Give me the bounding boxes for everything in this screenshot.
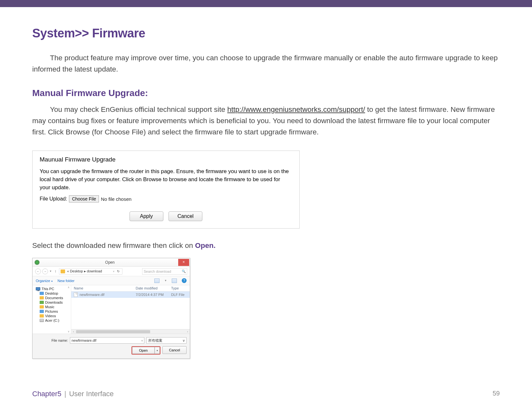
folder-icon <box>40 292 44 295</box>
chevron-down-icon[interactable]: v <box>141 339 143 342</box>
dropdown-icon[interactable]: ▼ <box>49 270 52 273</box>
section-paragraph: You may check EnGenius official technica… <box>32 104 500 138</box>
page-number: 59 <box>493 390 500 398</box>
folder-icon <box>40 305 44 308</box>
back-icon[interactable]: ← <box>35 269 41 274</box>
search-icon: 🔍 <box>182 269 186 273</box>
filename-label: File name: <box>36 338 68 342</box>
scroll-left-icon[interactable]: ‹ <box>71 330 76 333</box>
col-date[interactable]: Date modified <box>136 286 171 290</box>
preview-icon[interactable] <box>172 279 177 283</box>
file-date: 7/2/2014 4:37 PM <box>136 293 171 297</box>
tree-root[interactable]: This PC <box>34 287 70 291</box>
folder-icon <box>40 296 44 299</box>
dialog-cancel-button[interactable]: Cancel <box>162 346 187 354</box>
tree-acer[interactable]: Acer (C:) <box>34 318 70 323</box>
firmware-panel: Maunual Firmware Upgrade You can upgrade… <box>32 151 300 229</box>
horizontal-scrollbar[interactable]: ‹ › <box>71 329 190 334</box>
tree-desktop[interactable]: Desktop <box>34 291 70 296</box>
open-dropdown[interactable]: ▾ <box>155 347 160 354</box>
panel-title: Maunual Firmware Upgrade <box>40 156 292 163</box>
file-list: Name Date modified Type newfirmware.dlf … <box>71 285 190 334</box>
folder-icon <box>40 301 44 304</box>
pc-icon <box>36 287 40 290</box>
up-icon[interactable]: ↑ <box>53 269 58 274</box>
instruction-text: Select the downloaded new firmware then … <box>32 241 500 250</box>
file-type: DLF File <box>171 293 187 297</box>
cancel-button[interactable]: Cancel <box>169 211 202 221</box>
refresh-icon[interactable]: ↻ <box>116 269 121 273</box>
page-footer: Chapter5 | User Interface 59 <box>32 390 500 398</box>
forward-icon[interactable]: → <box>42 269 48 274</box>
header-bar <box>0 0 532 7</box>
disk-icon <box>40 319 44 322</box>
choose-file-button[interactable]: Choose File <box>69 195 99 202</box>
chapter-label: Chapter5 | User Interface <box>32 390 114 398</box>
file-open-dialog: Open × ← → ▼ ↑ « Desktop ▸ download v ↻ … <box>32 258 190 359</box>
breadcrumb: « Desktop ▸ download <box>67 269 102 273</box>
chevron-down-icon[interactable]: v <box>113 270 114 273</box>
instruction-highlight: Open. <box>195 241 216 250</box>
file-list-header: Name Date modified Type <box>71 285 190 291</box>
file-upload-row: File Upload: Choose File No file chosen <box>40 195 292 202</box>
view-dropdown-icon[interactable]: ▼ <box>164 279 167 282</box>
folder-icon <box>40 310 44 313</box>
col-type[interactable]: Type <box>171 286 187 290</box>
dialog-titlebar: Open × <box>33 258 190 267</box>
file-upload-label: File Upload: <box>40 196 67 202</box>
app-icon <box>34 260 40 265</box>
filename-input[interactable]: newfirmware.dlfv <box>70 337 144 344</box>
open-button[interactable]: Open <box>132 347 155 354</box>
folder-icon <box>40 314 44 318</box>
no-file-text: No file chosen <box>101 196 131 202</box>
dialog-title: Open <box>42 260 178 265</box>
scroll-right-icon[interactable]: › <box>185 330 190 333</box>
tree-scroll-up[interactable]: ∧ <box>68 286 70 289</box>
dialog-nav: ← → ▼ ↑ « Desktop ▸ download v ↻ Search … <box>33 267 190 276</box>
folder-icon <box>61 269 65 273</box>
page-title: System>> Firmware <box>32 26 500 40</box>
page-content: System>> Firmware The product feature ma… <box>0 7 532 359</box>
tree-videos[interactable]: Videos <box>34 314 70 318</box>
section-pre: You may check EnGenius official technica… <box>50 105 227 113</box>
intro-paragraph: The product feature may improve over tim… <box>32 53 500 75</box>
col-name[interactable]: Name <box>74 286 136 290</box>
view-icon[interactable] <box>154 279 160 283</box>
section-heading: Manual Firmware Upgrade: <box>32 88 500 98</box>
tree-pictures[interactable]: Pictures <box>34 309 70 314</box>
chevron-down-icon[interactable]: v <box>183 338 185 342</box>
tree-music[interactable]: Music <box>34 305 70 309</box>
search-placeholder: Search download <box>144 269 171 273</box>
file-row-selected[interactable]: newfirmware.dlf 7/2/2014 4:37 PM DLF Fil… <box>71 291 190 298</box>
tree-documents[interactable]: Documents <box>34 296 70 300</box>
tree-downloads[interactable]: Downloads <box>34 300 70 305</box>
scroll-thumb[interactable] <box>76 330 150 333</box>
file-icon <box>74 292 78 297</box>
help-icon[interactable]: ? <box>182 278 187 283</box>
apply-button[interactable]: Apply <box>130 211 163 221</box>
new-folder-button[interactable]: New folder <box>58 279 75 283</box>
intro-text: The product feature may improve over tim… <box>32 54 498 73</box>
tree-scroll-down[interactable]: ∨ <box>68 330 70 333</box>
support-link[interactable]: http://www.engeniusnetworks.com/support/ <box>227 105 365 113</box>
dialog-footer: File name: newfirmware.dlfv 所有檔案v Open ▾… <box>33 334 190 358</box>
folder-tree: ∧ This PC Desktop Documents Downloads Mu… <box>33 285 71 334</box>
file-name: newfirmware.dlf <box>80 293 104 297</box>
panel-desc: You can upgrade the firmware of the rout… <box>40 168 292 191</box>
organize-menu[interactable]: Organize▼ <box>36 279 53 283</box>
close-icon[interactable]: × <box>178 259 189 266</box>
filetype-filter[interactable]: 所有檔案v <box>146 337 187 344</box>
search-input[interactable]: Search download 🔍 <box>142 268 187 275</box>
open-button-group: Open ▾ <box>131 346 160 355</box>
dialog-toolbar: Organize▼ New folder ▼ ? <box>33 276 190 285</box>
path-box[interactable]: « Desktop ▸ download v ↻ <box>59 268 122 275</box>
instruction-pre: Select the downloaded new firmware then … <box>32 241 195 250</box>
